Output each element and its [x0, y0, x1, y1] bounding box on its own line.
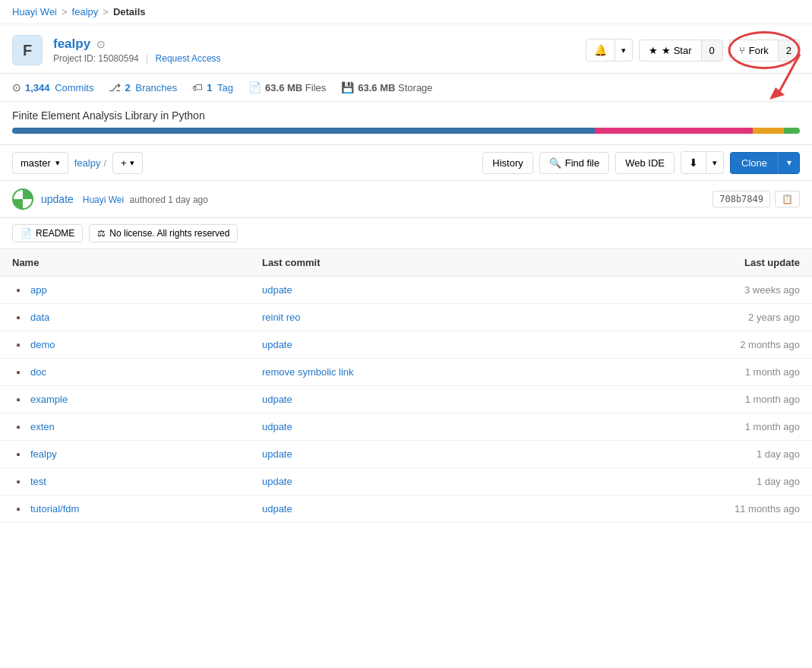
fork-count-button[interactable]: 2 — [778, 40, 800, 62]
web-ide-button[interactable]: Web IDE — [615, 152, 675, 174]
last-update-cell: 1 month ago — [567, 359, 812, 386]
folder-icon: ▪ — [12, 311, 24, 324]
star-count-button[interactable]: 0 — [701, 40, 723, 62]
path-nav: fealpy / — [74, 157, 106, 169]
file-badges-row: 📄 README ⚖ No license. All rights reserv… — [0, 218, 812, 249]
tags-stat[interactable]: 🏷 1 Tag — [192, 81, 233, 93]
chevron-down-icon: ▾ — [55, 158, 60, 168]
commit-message[interactable]: update — [41, 193, 74, 205]
file-name-link[interactable]: ▪ fealpy — [12, 448, 238, 461]
file-name-link[interactable]: ▪ doc — [12, 366, 238, 378]
history-button[interactable]: History — [482, 152, 532, 174]
commit-link[interactable]: remove symbolic link — [262, 366, 354, 378]
download-button[interactable]: ⬇ — [681, 151, 706, 174]
commit-link[interactable]: update — [262, 339, 292, 350]
find-file-button[interactable]: 🔍 Find file — [539, 152, 610, 174]
commit-link[interactable]: reinit reo — [262, 312, 301, 323]
branch-select[interactable]: master ▾ — [12, 152, 68, 174]
table-row: ▪ tutorial/fdm udpate 11 months ago — [0, 495, 812, 523]
file-name-link[interactable]: ▪ demo — [12, 338, 238, 351]
plus-icon: + — [121, 157, 127, 169]
folder-icon: ▪ — [12, 283, 24, 296]
commit-hash-badge[interactable]: 708b7849 — [712, 191, 770, 207]
storage-icon: 💾 — [341, 81, 354, 93]
notification-button[interactable]: 🔔 — [586, 39, 615, 62]
folder-icon: ▪ — [12, 420, 24, 433]
file-name: exten — [30, 421, 55, 432]
table-row: ▪ fealpy update 1 day ago — [0, 441, 812, 468]
add-file-button[interactable]: + ▾ — [112, 152, 143, 174]
table-row: ▪ test update 1 day ago — [0, 468, 812, 495]
breadcrumb-user[interactable]: Huayi Wei — [12, 6, 57, 17]
file-name-link[interactable]: ▪ example — [12, 393, 238, 406]
file-name-link[interactable]: ▪ tutorial/fdm — [12, 502, 238, 515]
last-update-cell: 1 month ago — [567, 386, 812, 413]
request-access-link[interactable]: Request Access — [156, 53, 221, 64]
last-update-cell: 3 weeks ago — [567, 277, 812, 304]
col-update-header: Last update — [567, 249, 812, 277]
repo-description: Finite Element Analysis Library in Pytho… — [0, 102, 812, 128]
repo-actions: 🔔 ▾ ★ ★ Star 0 ⑂ Fork 2 — [586, 39, 800, 62]
breadcrumb-sep2: > — [103, 6, 109, 17]
file-name: fealpy — [30, 448, 57, 460]
breadcrumb-current: Details — [113, 6, 146, 17]
star-button[interactable]: ★ ★ Star — [639, 40, 700, 62]
notification-caret-button[interactable]: ▾ — [615, 39, 633, 62]
file-name: doc — [30, 366, 46, 378]
author-avatar — [12, 188, 33, 210]
readme-badge[interactable]: 📄 README — [12, 224, 83, 242]
file-name-link[interactable]: ▪ exten — [12, 420, 238, 433]
last-update-cell: 2 months ago — [567, 331, 812, 359]
file-name: demo — [30, 339, 55, 350]
path-sep: / — [103, 157, 106, 169]
commit-link[interactable]: udpate — [262, 284, 292, 296]
commit-row: update Huayi Wei authored 1 day ago 708b… — [0, 181, 812, 218]
repo-public-icon: ⊙ — [96, 38, 106, 50]
commit-link[interactable]: update — [262, 448, 292, 460]
tag-icon: 🏷 — [192, 81, 203, 93]
file-name-link[interactable]: ▪ test — [12, 475, 238, 488]
breadcrumb-sep1: > — [62, 6, 68, 17]
repo-title[interactable]: fealpy — [53, 36, 90, 52]
bell-icon: 🔔 — [594, 44, 607, 56]
branches-stat[interactable]: ⎇ 2 Branches — [109, 81, 177, 93]
last-update-cell: 1 day ago — [567, 468, 812, 495]
commit-link[interactable]: udpate — [262, 503, 292, 514]
table-row: ▪ demo update 2 months ago — [0, 331, 812, 359]
table-row: ▪ example udpate 1 month ago — [0, 386, 812, 413]
clone-main-button[interactable]: Clone — [730, 152, 779, 174]
last-update-cell: 11 months ago — [567, 495, 812, 523]
file-icon: 📄 — [248, 81, 261, 93]
commit-link[interactable]: udpate — [262, 394, 292, 405]
commit-link[interactable]: update — [262, 476, 292, 487]
last-update-cell: 2 years ago — [567, 304, 812, 331]
search-icon: 🔍 — [549, 157, 561, 169]
fork-button[interactable]: ⑂ Fork — [729, 40, 778, 62]
table-row: ▪ app udpate 3 weeks ago — [0, 277, 812, 304]
repo-header: F fealpy ⊙ Project ID: 15080594 | Reques… — [0, 24, 812, 74]
star-label: ★ Star — [662, 45, 691, 56]
license-icon: ⚖ — [97, 228, 106, 239]
folder-icon: ▪ — [12, 448, 24, 461]
file-name: test — [30, 476, 46, 487]
project-id: Project ID: 15080594 — [53, 53, 139, 64]
commit-author-link[interactable]: Huayi Wei — [83, 195, 124, 205]
file-name-link[interactable]: ▪ data — [12, 311, 238, 324]
folder-icon: ▪ — [12, 366, 24, 378]
commits-stat[interactable]: ⊙ 1,344 Commits — [12, 81, 93, 93]
copy-hash-button[interactable]: 📋 — [775, 191, 800, 207]
breadcrumb-repo[interactable]: fealpy — [72, 6, 99, 17]
file-name-link[interactable]: ▪ app — [12, 283, 238, 296]
file-name: example — [30, 394, 68, 405]
fork-icon: ⑂ — [739, 45, 745, 56]
commit-link[interactable]: udpate — [262, 421, 292, 432]
clone-caret-button[interactable]: ▾ — [779, 152, 800, 174]
path-repo-link[interactable]: fealpy — [74, 157, 101, 169]
breadcrumb: Huayi Wei > fealpy > Details — [0, 0, 812, 24]
file-table: Name Last commit Last update ▪ app udpat… — [0, 249, 812, 523]
files-stat: 📄 63.6 MB Files — [248, 81, 326, 93]
folder-icon: ▪ — [12, 338, 24, 351]
download-caret-button[interactable]: ▾ — [706, 151, 724, 174]
license-badge[interactable]: ⚖ No license. All rights reserved — [89, 224, 238, 242]
col-name-header: Name — [0, 249, 250, 277]
